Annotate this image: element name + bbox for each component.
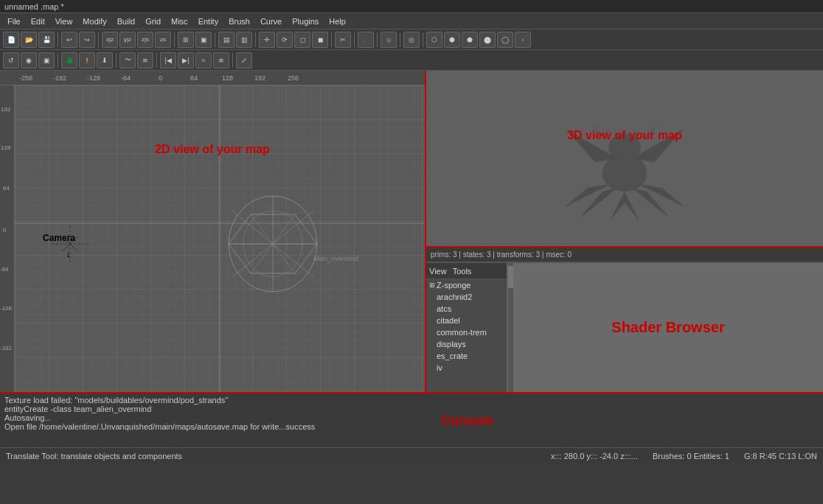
toolbar1: 📄 📂 💾 ↩ ↪ x|z y|z z|s zs ⊞ ▣ ▤ ▥ ✛ ⟳ ◻ ◼…	[0, 29, 823, 50]
ruler-horizontal: -256 -192 -128 -64 0 64 128 192 256	[0, 71, 425, 85]
shader-list[interactable]: ⊞ Z-sponge arachnid2 atcs citadel common…	[426, 279, 507, 392]
sep11	[58, 53, 58, 68]
tb2-water[interactable]: ≈	[195, 52, 212, 69]
tb-redo[interactable]: ↪	[79, 32, 95, 48]
menu-curve[interactable]: Curve	[256, 15, 286, 27]
tb2-wave2[interactable]: ≋	[137, 52, 153, 69]
tb2-tree[interactable]: 🌲	[61, 52, 77, 69]
ruler-mark-v: -64	[0, 266, 9, 273]
tb-undo[interactable]: ↩	[61, 32, 77, 48]
shader-scrollbar[interactable]	[507, 263, 513, 392]
menu-plugins[interactable]: Plugins	[288, 15, 323, 27]
menu-grid[interactable]: Grid	[141, 15, 165, 27]
status-grid: G:8 R:45 C:13 L:ON	[744, 452, 817, 461]
sep3	[174, 32, 175, 47]
tb-zs[interactable]: zs	[155, 32, 171, 48]
menu-entity[interactable]: Entity	[194, 15, 223, 27]
title-bar: unnamed .map *	[0, 0, 823, 13]
shader-group-zsponge[interactable]: ⊞ Z-sponge	[426, 279, 507, 291]
tb-sel2[interactable]: ◼	[312, 32, 328, 48]
tb-misc6[interactable]: ◦	[515, 32, 531, 48]
shader-group-label[interactable]: Z-sponge	[437, 281, 470, 290]
console-line-4: Open file /home/valentine/.Unvanquished/…	[4, 422, 819, 431]
tb-move[interactable]: ✛	[259, 32, 275, 48]
shader-item-atcs[interactable]: atcs	[426, 303, 507, 315]
shader-item-es_crate[interactable]: es_crate	[426, 350, 507, 362]
shader-item-iv[interactable]: iv	[426, 362, 507, 374]
tb-grid[interactable]: ⊞	[178, 32, 194, 48]
tb2-wave1[interactable]: 〜	[119, 52, 136, 69]
menu-modify[interactable]: Modify	[78, 15, 111, 27]
shader-item-citadel[interactable]: citadel	[426, 315, 507, 326]
tb-rot[interactable]: ⟳	[277, 32, 293, 48]
view3d-status-text: prims: 3 | states: 3 | transforms: 3 | m…	[431, 251, 572, 259]
menu-file[interactable]: File	[3, 15, 25, 27]
ruler-mark: 256	[288, 74, 299, 82]
camera-arrow: ↓	[66, 248, 71, 259]
tb-yz[interactable]: y|z	[119, 32, 136, 48]
tb-misc5[interactable]: ◯	[497, 32, 513, 48]
tb-save[interactable]: 💾	[38, 32, 55, 48]
menu-help[interactable]: Help	[324, 15, 350, 27]
tb2-next[interactable]: ▶|	[178, 52, 194, 69]
view2d[interactable]: -256 -192 -128 -64 0 64 128 192 256 192 …	[0, 71, 426, 392]
tb2-walk[interactable]: 🚶	[79, 52, 95, 69]
ruler-mark-v: 192	[1, 106, 10, 113]
menu-build[interactable]: Build	[113, 15, 139, 27]
title-text: unnamed .map *	[4, 2, 64, 11]
camera-label: Camera	[43, 233, 75, 243]
tb2-prev[interactable]: |◀	[160, 52, 176, 69]
tb-ent[interactable]: ☺	[381, 32, 397, 48]
tb-sel1[interactable]: ◻	[294, 32, 310, 48]
console-line-3: Autosaving...	[4, 413, 819, 422]
sep2	[98, 32, 99, 47]
ruler-mark: -64	[121, 74, 131, 82]
tb-open[interactable]: 📂	[21, 32, 37, 48]
tb-brush-view[interactable]: ▣	[195, 32, 212, 48]
shader-item-displays[interactable]: displays	[426, 338, 507, 350]
tb-zls[interactable]: z|s	[137, 32, 153, 48]
menu-brush[interactable]: Brush	[224, 15, 254, 27]
ruler-mark: -192	[53, 74, 66, 82]
tb2-down[interactable]: ⬇	[97, 52, 113, 69]
tb-misc4[interactable]: ⬤	[479, 32, 496, 48]
view3d[interactable]: 3D view of your map	[426, 71, 823, 248]
tb2-arrow[interactable]: ⤢	[236, 52, 252, 69]
tb-clip[interactable]: ✂	[335, 32, 351, 48]
tb-tex2[interactable]: ▥	[236, 32, 252, 48]
tb2-sq[interactable]: ▣	[38, 52, 55, 69]
tb-xz[interactable]: x|z	[102, 32, 118, 48]
tb2-refresh[interactable]: ↺	[3, 52, 19, 69]
tb-misc3[interactable]: ⬣	[462, 32, 478, 48]
sep10	[423, 32, 423, 47]
ruler-mark-v: 128	[1, 144, 10, 151]
sep1	[58, 32, 58, 47]
shader-toolbar: View Tools	[426, 263, 507, 279]
shader-menu-tools[interactable]: Tools	[453, 267, 472, 276]
menu-edit[interactable]: Edit	[27, 15, 49, 27]
shader-item-common-trem[interactable]: common-trem	[426, 326, 507, 338]
sep9	[400, 32, 400, 47]
tb-new[interactable]: 📄	[3, 32, 19, 48]
tb-cam[interactable]: 🎥	[358, 32, 374, 48]
tb-misc1[interactable]: ⬡	[426, 32, 442, 48]
status-coords: x::: 280.0 y::: -24.0 z:::...	[551, 452, 638, 461]
shader-preview: Shader Browser	[513, 263, 823, 392]
tb-misc2[interactable]: ⬢	[444, 32, 460, 48]
tb-patch1[interactable]: ◎	[403, 32, 420, 48]
grid-lines	[15, 85, 425, 392]
console-label: Console	[442, 413, 494, 428]
status-tool-text: Translate Tool: translate objects and co…	[6, 452, 536, 461]
sep5	[255, 32, 256, 47]
shader-menu-view[interactable]: View	[429, 267, 447, 276]
creature-silhouette	[521, 92, 728, 225]
sep4	[215, 32, 215, 47]
menu-view[interactable]: View	[51, 15, 77, 27]
tb-tex1[interactable]: ▤	[218, 32, 235, 48]
tb2-waves[interactable]: ≋	[213, 52, 229, 69]
shader-item-arachnid2[interactable]: arachnid2	[426, 291, 507, 303]
ruler-mark-v: -128	[0, 305, 12, 312]
shader-browser-label: Shader Browser	[611, 319, 724, 336]
menu-misc[interactable]: Misc	[167, 15, 192, 27]
tb2-circle[interactable]: ◉	[21, 52, 37, 69]
